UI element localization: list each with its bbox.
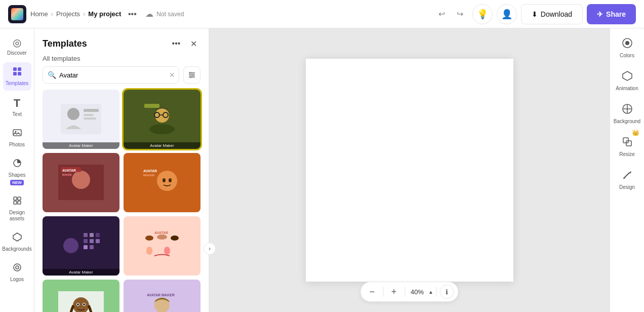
svg-rect-50 — [90, 245, 94, 249]
share-label: Share — [606, 10, 626, 18]
svg-rect-46 — [90, 233, 94, 237]
panel-more-button[interactable]: ••• — [169, 36, 183, 51]
left-sidebar: ◎ Discover Templates T Text — [0, 28, 34, 312]
breadcrumb-sep-1: › — [51, 10, 53, 18]
collapse-panel-button[interactable]: › — [204, 243, 216, 255]
svg-point-17 — [190, 72, 191, 74]
svg-point-38 — [157, 171, 177, 191]
svg-text:MAKER: MAKER — [143, 174, 155, 177]
svg-rect-7 — [14, 197, 17, 200]
right-item-design[interactable]: Design — [613, 164, 641, 195]
templates-panel: Templates ••• ✕ All templates 🔍 ✕ — [34, 28, 209, 312]
svg-text:AVATAR MAKER: AVATAR MAKER — [147, 293, 175, 297]
svg-rect-51 — [96, 233, 100, 237]
sidebar-item-design-assets[interactable]: Design assets — [3, 191, 31, 226]
svg-rect-1 — [18, 67, 21, 71]
sidebar-item-shapes[interactable]: Shapes NEW — [3, 154, 31, 189]
templates-icon — [12, 66, 22, 79]
sidebar-item-discover[interactable]: ◎ Discover — [3, 32, 31, 60]
svg-rect-10 — [18, 201, 21, 204]
zoom-divider-2 — [405, 287, 405, 297]
bulb-button[interactable]: 💡 — [472, 4, 493, 24]
search-input[interactable] — [43, 66, 179, 84]
template-card-7[interactable]: Avatar Maker — [43, 280, 119, 312]
right-item-resize[interactable]: 👑 Resize — [613, 131, 641, 162]
canvas — [306, 59, 513, 282]
header-right: 💡 👤 ⬇ Download ✈ Share — [472, 4, 636, 24]
sidebar-label-design-assets: Design assets — [5, 210, 29, 222]
svg-point-87 — [625, 41, 629, 45]
svg-rect-27 — [144, 104, 159, 108]
breadcrumb-home[interactable]: Home — [30, 10, 48, 18]
template-inner-3: AVATAR MAKER — [43, 153, 119, 212]
svg-rect-22 — [84, 109, 99, 112]
more-options-button[interactable]: ••• — [125, 7, 139, 21]
svg-point-21 — [67, 108, 79, 120]
sidebar-item-templates[interactable]: Templates — [3, 62, 31, 91]
zoom-info-button[interactable]: ℹ — [440, 285, 454, 299]
sidebar-item-backgrounds[interactable]: Backgrounds — [3, 228, 31, 256]
zoom-out-button[interactable]: − — [365, 284, 380, 299]
svg-point-26 — [155, 108, 169, 123]
right-item-colors[interactable]: Colors — [613, 32, 641, 63]
download-label: Download — [541, 10, 572, 18]
template-inner-6: AVATAR — [124, 216, 200, 276]
svg-rect-3 — [18, 72, 21, 75]
right-label-design: Design — [619, 184, 635, 190]
svg-rect-93 — [626, 141, 631, 146]
template-inner-2 — [124, 90, 200, 149]
svg-point-33 — [72, 171, 90, 189]
background-icon — [622, 103, 633, 117]
sidebar-label-photos: Photos — [9, 142, 25, 148]
svg-point-19 — [190, 76, 192, 78]
breadcrumb-projects[interactable]: Projects — [56, 10, 80, 18]
template-card-3[interactable]: AVATAR MAKER — [43, 153, 119, 212]
template-card-2[interactable]: Avatar Maker — [124, 90, 200, 149]
filter-button[interactable] — [183, 66, 200, 84]
sidebar-item-photos[interactable]: Photos — [3, 124, 31, 152]
svg-text:AVATAR: AVATAR — [154, 231, 168, 235]
panel-header-actions: ••• ✕ — [169, 36, 200, 51]
sidebar-item-text[interactable]: T Text — [3, 93, 31, 122]
share-button[interactable]: ✈ Share — [587, 4, 636, 24]
right-label-background: Background — [614, 119, 640, 124]
undo-button[interactable]: ↩ — [434, 6, 450, 22]
shapes-icon — [12, 158, 22, 171]
template-card-6[interactable]: AVATAR — [124, 216, 200, 276]
right-label-resize: Resize — [619, 151, 635, 157]
template-card-4[interactable]: AVATAR MAKER — [124, 153, 200, 212]
svg-rect-9 — [14, 201, 17, 204]
svg-rect-48 — [90, 239, 94, 243]
all-templates-label: All templates — [34, 55, 209, 66]
template-card-5[interactable]: Avatar Maker — [43, 216, 119, 276]
sidebar-item-logos[interactable]: Logos — [3, 258, 31, 287]
svg-rect-8 — [18, 197, 21, 200]
search-container: 🔍 ✕ — [43, 66, 179, 84]
right-item-background[interactable]: Background — [613, 98, 641, 129]
zoom-chevron-icon[interactable]: ▲ — [428, 289, 433, 295]
breadcrumb: Home › Projects › My project — [30, 10, 121, 18]
discover-icon: ◎ — [13, 36, 21, 49]
zoom-divider-3 — [436, 287, 437, 297]
svg-line-95 — [624, 178, 625, 178]
redo-button[interactable]: ↪ — [452, 6, 468, 22]
template-inner-4: AVATAR MAKER — [124, 153, 200, 212]
panel-header: Templates ••• ✕ — [34, 28, 209, 55]
main: ◎ Discover Templates T Text — [0, 28, 644, 312]
search-icon: 🔍 — [48, 71, 56, 79]
user-button[interactable]: 👤 — [497, 4, 517, 24]
shapes-new-badge: NEW — [10, 180, 24, 185]
panel-close-button[interactable]: ✕ — [186, 36, 200, 51]
canvas-area: − + 40% ▲ ℹ — [209, 28, 610, 312]
resize-icon — [622, 136, 633, 150]
search-row: 🔍 ✕ — [34, 66, 209, 88]
search-clear-button[interactable]: ✕ — [169, 71, 175, 79]
zoom-value[interactable]: 40% — [408, 288, 426, 296]
svg-point-28 — [149, 124, 175, 134]
right-item-animation[interactable]: Animation — [613, 65, 641, 96]
template-card-1[interactable]: Avatar Maker — [43, 90, 119, 149]
breadcrumb-current[interactable]: My project — [88, 10, 121, 18]
zoom-in-button[interactable]: + — [386, 284, 401, 299]
download-button[interactable]: ⬇ Download — [521, 4, 583, 24]
template-card-8[interactable]: AVATAR MAKER — [124, 280, 200, 312]
